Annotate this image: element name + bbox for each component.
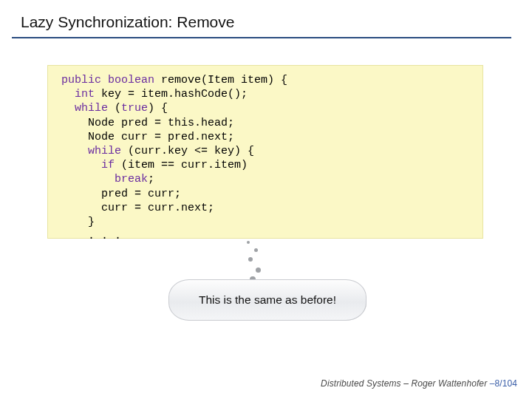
code-text: . . . [61,230,121,242]
callout-bubble: This is the same as before! [168,279,366,321]
kw-public: public [61,74,101,86]
kw-while: while [88,145,121,157]
kw-break: break [115,173,148,185]
thought-trail-icon [245,241,263,284]
kw-if: if [101,159,115,171]
code-text: (item == curr.item) [115,159,248,171]
code-text: ( [108,102,121,115]
code-text: curr = curr.next; [61,202,214,214]
kw-boolean: boolean [108,74,154,86]
code-text: remove(Item item) { [154,74,287,86]
kw-true: true [121,102,148,115]
code-text: ; [148,173,154,185]
title-underline [12,37,511,38]
kw-while: while [75,102,108,115]
code-block: public boolean remove(Item item) { int k… [47,65,483,239]
code-text: key = item.hashCode(); [95,88,248,100]
code-text: Node curr = pred.next; [61,131,234,143]
footer-author: Roger Wattenhofer [411,378,487,389]
kw-int: int [75,88,95,100]
code-text: Node pred = this.head; [61,117,234,129]
footer-page: 8/104 [494,378,517,389]
code-text: (curr.key <= key) { [121,145,254,157]
slide-footer: Distributed Systems – Roger Wattenhofer … [321,378,517,389]
footer-sep: – [401,378,412,389]
callout-text: This is the same as before! [199,293,336,307]
slide-title: Lazy Synchronization: Remove [0,0,532,37]
footer-course: Distributed Systems [321,378,401,389]
footer-dash: – [487,378,494,389]
code-text: pred = curr; [61,188,181,200]
code-text: } [61,216,95,228]
code-text: ) { [148,102,168,115]
